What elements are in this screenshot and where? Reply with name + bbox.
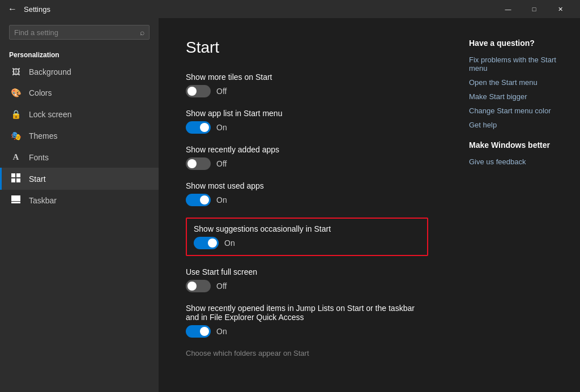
toggle-use-full-screen[interactable]	[186, 280, 211, 292]
toggle-show-more-tiles[interactable]	[186, 85, 211, 97]
sidebar: ⌕ Personalization 🖼 Background 🎨 Colors …	[0, 18, 159, 392]
setting-show-recent-items: Show recently opened items in Jump Lists…	[186, 304, 428, 338]
toggle-status: On	[216, 123, 227, 132]
svg-rect-1	[16, 173, 20, 177]
right-panel-section-1-title: Have a question?	[469, 39, 566, 48]
toggle-thumb	[187, 87, 197, 96]
setting-label: Show suggestions occasionally in Start	[194, 224, 420, 233]
setting-show-more-tiles: Show more tiles on Start Off	[186, 73, 428, 97]
right-panel-link-change-color[interactable]: Change Start menu color	[469, 106, 566, 115]
toggle-row: On	[194, 237, 420, 249]
lock-screen-icon: 🔒	[11, 109, 21, 120]
titlebar: ← Settings — □ ✕	[0, 0, 580, 18]
toggle-thumb	[200, 195, 209, 204]
svg-rect-0	[11, 173, 15, 177]
sidebar-item-label: Themes	[29, 131, 58, 140]
sidebar-item-lock-screen[interactable]: 🔒 Lock screen	[0, 104, 159, 125]
toggle-show-most-used[interactable]	[186, 194, 211, 206]
minimize-button[interactable]: —	[495, 0, 521, 18]
sidebar-item-background[interactable]: 🖼 Background	[0, 61, 159, 82]
background-icon: 🖼	[11, 67, 21, 76]
choose-folders-link[interactable]: Choose which folders appear on Start	[186, 349, 428, 357]
fonts-icon: A	[11, 152, 21, 162]
setting-label: Show recently opened items in Jump Lists…	[186, 304, 428, 322]
titlebar-title: Settings	[24, 5, 495, 14]
setting-show-most-used: Show most used apps On	[186, 181, 428, 206]
sidebar-item-label: Background	[29, 67, 71, 76]
toggle-status: On	[216, 195, 227, 204]
setting-label: Show app list in Start menu	[186, 109, 428, 118]
sidebar-item-themes[interactable]: 🎭 Themes	[0, 125, 159, 147]
toggle-row: On	[186, 194, 428, 206]
right-panel-link-open-start[interactable]: Open the Start menu	[469, 78, 566, 87]
page-title: Start	[186, 39, 428, 57]
colors-icon: 🎨	[11, 88, 21, 98]
right-panel-link-make-bigger[interactable]: Make Start bigger	[469, 92, 566, 101]
sidebar-section-label: Personalization	[0, 46, 159, 61]
toggle-show-recently-added[interactable]	[186, 157, 211, 170]
sidebar-item-label: Start	[29, 174, 46, 184]
toggle-show-recent-items[interactable]	[186, 325, 211, 338]
close-button[interactable]: ✕	[547, 0, 573, 18]
svg-rect-3	[16, 178, 20, 182]
search-input[interactable]	[14, 28, 140, 37]
setting-label: Show most used apps	[186, 181, 428, 190]
search-icon: ⌕	[140, 28, 144, 37]
toggle-row: Off	[186, 280, 428, 292]
themes-icon: 🎭	[11, 131, 21, 141]
sidebar-item-start[interactable]: Start	[0, 168, 159, 190]
sidebar-item-label: Colors	[29, 88, 52, 97]
toggle-thumb	[200, 123, 209, 132]
toggle-show-suggestions[interactable]	[194, 237, 219, 249]
setting-label: Use Start full screen	[186, 267, 428, 276]
setting-label: Show more tiles on Start	[186, 73, 428, 82]
toggle-thumb	[200, 327, 209, 336]
setting-show-recently-added: Show recently added apps Off	[186, 145, 428, 170]
right-panel-link-fix-problems[interactable]: Fix problems with the Start menu	[469, 56, 566, 73]
sidebar-item-label: Taskbar	[29, 196, 57, 205]
toggle-row: Off	[186, 157, 428, 170]
search-box[interactable]: ⌕	[9, 25, 150, 40]
app-body: ⌕ Personalization 🖼 Background 🎨 Colors …	[0, 18, 580, 392]
main-content: Start Show more tiles on Start Off Show …	[159, 18, 455, 392]
setting-use-full-screen: Use Start full screen Off	[186, 267, 428, 292]
setting-show-suggestions-highlighted: Show suggestions occasionally in Start O…	[186, 218, 428, 256]
toggle-thumb	[187, 282, 197, 291]
sidebar-item-label: Fonts	[29, 153, 49, 162]
sidebar-item-taskbar[interactable]: Taskbar	[0, 190, 159, 211]
sidebar-item-label: Lock screen	[29, 110, 71, 119]
toggle-thumb	[187, 159, 197, 168]
toggle-row: On	[186, 121, 428, 134]
back-button[interactable]: ←	[7, 3, 18, 15]
window-controls: — □ ✕	[495, 0, 573, 18]
toggle-row: On	[186, 325, 428, 338]
svg-rect-2	[11, 178, 15, 182]
right-panel-link-give-feedback[interactable]: Give us feedback	[469, 157, 566, 166]
start-icon	[11, 173, 21, 184]
toggle-thumb	[208, 238, 217, 248]
setting-show-app-list: Show app list in Start menu On	[186, 109, 428, 134]
right-panel-section-2-title: Make Windows better	[469, 140, 566, 150]
sidebar-item-fonts[interactable]: A Fonts	[0, 147, 159, 168]
toggle-row: Off	[186, 85, 428, 97]
toggle-status: On	[216, 327, 227, 336]
sidebar-item-colors[interactable]: 🎨 Colors	[0, 82, 159, 104]
toggle-status: Off	[216, 159, 227, 168]
taskbar-icon	[11, 195, 21, 205]
toggle-status: Off	[216, 87, 227, 96]
right-panel: Have a question? Fix problems with the S…	[455, 18, 580, 392]
toggle-status: Off	[216, 282, 227, 291]
toggle-show-app-list[interactable]	[186, 121, 211, 134]
maximize-button[interactable]: □	[521, 0, 547, 18]
toggle-status: On	[224, 238, 235, 248]
setting-label: Show recently added apps	[186, 145, 428, 154]
svg-rect-5	[11, 202, 20, 203]
right-panel-link-get-help[interactable]: Get help	[469, 121, 566, 129]
svg-rect-4	[11, 195, 20, 201]
